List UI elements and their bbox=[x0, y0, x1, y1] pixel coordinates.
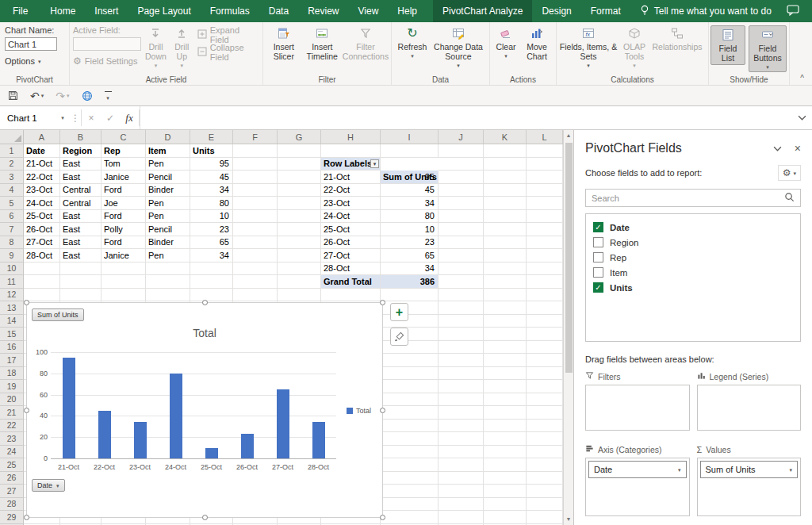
ribbon-tab-review[interactable]: Review bbox=[298, 0, 348, 22]
field-list-toggle-button[interactable]: Field List bbox=[710, 25, 745, 65]
cell-I10[interactable]: 34 bbox=[381, 262, 439, 276]
relationships-button[interactable]: Relationships bbox=[650, 25, 704, 53]
column-header-C[interactable]: C bbox=[102, 130, 146, 144]
cell-B8[interactable]: East bbox=[60, 236, 102, 250]
filters-drop-zone[interactable] bbox=[585, 385, 690, 431]
row-header-23[interactable]: 23 bbox=[0, 432, 24, 446]
cell-K14[interactable] bbox=[484, 315, 527, 328]
comments-icon[interactable] bbox=[787, 5, 799, 18]
cell-J17[interactable] bbox=[439, 354, 484, 367]
row-header-6[interactable]: 6 bbox=[0, 210, 24, 224]
cell-L2[interactable] bbox=[527, 158, 563, 171]
cell-K11[interactable] bbox=[484, 275, 527, 289]
field-item-item[interactable]: Item bbox=[593, 265, 793, 280]
cell-K17[interactable] bbox=[484, 354, 527, 367]
pane-options-chevron-icon[interactable] bbox=[773, 146, 782, 151]
cell-C5[interactable]: Joe bbox=[102, 197, 146, 210]
cell-E9[interactable]: 34 bbox=[190, 249, 233, 262]
cell-I9[interactable]: 65 bbox=[381, 249, 439, 262]
column-header-J[interactable]: J bbox=[439, 130, 484, 144]
cell-D2[interactable]: Pen bbox=[146, 158, 190, 171]
cell-J22[interactable] bbox=[439, 420, 484, 433]
chart-resize-handle[interactable] bbox=[380, 408, 385, 413]
cell-C6[interactable]: Ford bbox=[102, 210, 146, 224]
column-header-D[interactable]: D bbox=[146, 130, 190, 144]
cell-E11[interactable] bbox=[190, 275, 233, 289]
cell-K28[interactable] bbox=[484, 498, 527, 512]
cell-K10[interactable] bbox=[484, 262, 527, 276]
cell-B9[interactable]: East bbox=[60, 249, 102, 262]
field-checkbox-rep[interactable] bbox=[593, 252, 603, 262]
cell-G1[interactable] bbox=[278, 144, 321, 158]
cell-A2[interactable]: 21-Oct bbox=[24, 158, 60, 171]
cell-J7[interactable] bbox=[439, 223, 484, 236]
cell-K6[interactable] bbox=[484, 210, 527, 224]
chart-resize-handle[interactable] bbox=[202, 515, 208, 520]
cell-J1[interactable] bbox=[439, 144, 484, 158]
cell-H5[interactable]: 23-Oct bbox=[321, 197, 381, 210]
scroll-up-arrow[interactable]: ▲ bbox=[564, 130, 573, 141]
cell-I7[interactable]: 10 bbox=[381, 223, 439, 236]
cell-L8[interactable] bbox=[527, 236, 563, 250]
cell-E6[interactable]: 10 bbox=[190, 210, 233, 224]
chart-resize-handle[interactable] bbox=[202, 300, 208, 305]
cell-I25[interactable] bbox=[381, 458, 439, 472]
row-header-28[interactable]: 28 bbox=[0, 498, 24, 512]
change-data-source-button[interactable]: Change Data Source ▾ bbox=[431, 25, 485, 70]
cell-J19[interactable] bbox=[439, 380, 484, 393]
select-all-corner[interactable] bbox=[0, 130, 24, 144]
cell-I21[interactable] bbox=[381, 406, 439, 420]
cell-D7[interactable]: Pencil bbox=[146, 223, 190, 236]
cell-F9[interactable] bbox=[233, 249, 278, 262]
cell-L6[interactable] bbox=[527, 210, 563, 224]
enter-button[interactable]: ✓ bbox=[101, 106, 120, 129]
row-header-8[interactable]: 8 bbox=[0, 236, 24, 250]
row-header-2[interactable]: 2 bbox=[0, 158, 24, 171]
bar-25-Oct[interactable] bbox=[205, 448, 218, 458]
cell-L27[interactable] bbox=[527, 485, 563, 498]
cell-J11[interactable] bbox=[439, 275, 484, 289]
column-header-L[interactable]: L bbox=[527, 130, 563, 144]
cell-K2[interactable] bbox=[484, 158, 527, 171]
cell-G5[interactable] bbox=[278, 197, 321, 210]
insert-slicer-button[interactable]: Insert Slicer bbox=[265, 25, 303, 63]
cell-L5[interactable] bbox=[527, 197, 563, 210]
cell-K4[interactable] bbox=[484, 184, 527, 197]
cell-H6[interactable]: 24-Oct bbox=[321, 210, 381, 224]
cell-K19[interactable] bbox=[484, 380, 527, 393]
cell-K24[interactable] bbox=[484, 446, 527, 459]
cell-J15[interactable] bbox=[439, 328, 484, 341]
cell-K13[interactable] bbox=[484, 301, 527, 315]
cell-J29[interactable] bbox=[439, 511, 484, 524]
vertical-scrollbar[interactable]: ▲ ▼ bbox=[563, 130, 573, 525]
cell-H11[interactable]: Grand Total bbox=[321, 275, 381, 289]
cell-K1[interactable] bbox=[484, 144, 527, 158]
bar-27-Oct[interactable] bbox=[277, 389, 289, 458]
cell-K22[interactable] bbox=[484, 420, 527, 433]
cell-J2[interactable] bbox=[439, 158, 484, 171]
cell-E10[interactable] bbox=[190, 262, 233, 276]
cell-D6[interactable]: Pen bbox=[146, 210, 190, 224]
cell-K20[interactable] bbox=[484, 393, 527, 407]
cell-K5[interactable] bbox=[484, 197, 527, 210]
chart-value-field-button[interactable]: Sum of Units bbox=[32, 308, 84, 321]
cell-L24[interactable] bbox=[527, 446, 563, 459]
cell-J16[interactable] bbox=[439, 341, 484, 354]
cell-E8[interactable]: 65 bbox=[190, 236, 233, 250]
row-header-12[interactable]: 12 bbox=[0, 289, 24, 302]
field-buttons-toggle-button[interactable]: Field Buttons ▾ bbox=[749, 25, 787, 72]
cell-F12[interactable] bbox=[233, 289, 278, 302]
cell-L26[interactable] bbox=[527, 472, 563, 485]
column-header-F[interactable]: F bbox=[233, 130, 278, 144]
cell-E3[interactable]: 45 bbox=[190, 171, 233, 184]
ribbon-tab-page-layout[interactable]: Page Layout bbox=[128, 0, 200, 22]
cell-A9[interactable]: 28-Oct bbox=[24, 249, 60, 262]
cell-H10[interactable]: 28-Oct bbox=[321, 262, 381, 276]
cell-I17[interactable] bbox=[381, 354, 439, 367]
cell-G2[interactable] bbox=[278, 158, 321, 171]
field-checkbox-region[interactable] bbox=[593, 237, 603, 247]
cell-G10[interactable] bbox=[278, 262, 321, 276]
row-header-16[interactable]: 16 bbox=[0, 341, 24, 354]
cell-I29[interactable] bbox=[381, 511, 439, 524]
cell-F11[interactable] bbox=[233, 275, 278, 289]
